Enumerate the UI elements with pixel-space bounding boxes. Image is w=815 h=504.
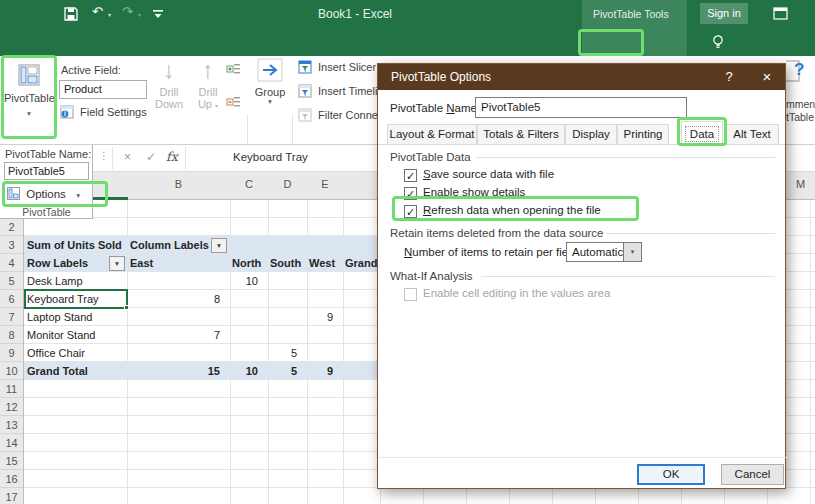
enter-formula-icon[interactable]: ✓ — [146, 150, 156, 164]
retain-dropdown-text: Automatic — [572, 246, 623, 258]
label-enable-cell-editing: Enable cell editing in the values area — [423, 287, 610, 299]
row-header-17[interactable]: 17 — [0, 488, 23, 504]
column-header-b[interactable]: B — [127, 178, 230, 190]
pivot-colheader-west[interactable]: West — [309, 254, 335, 272]
save-icon[interactable] — [64, 7, 78, 21]
pivot-value-officechair-south[interactable]: 5 — [268, 344, 302, 362]
pivottable-caret-icon: ▼ — [4, 110, 54, 117]
tell-me-bulb-icon — [712, 34, 724, 50]
dlgtab-alt-text[interactable]: Alt Text — [725, 124, 779, 145]
row-header-13[interactable]: 13 — [0, 416, 23, 434]
ribbon-tab-row: File Home Insert Page Layout Formulas Da… — [0, 28, 815, 56]
row-header-5[interactable]: 5 — [0, 272, 23, 290]
retain-dropdown-value[interactable]: Automatic — [566, 242, 624, 262]
pivot-grand-total-label[interactable]: Grand Total — [27, 362, 88, 380]
insert-function-icon[interactable]: fx — [166, 149, 178, 164]
row-header-6[interactable]: 6 — [0, 290, 23, 308]
formula-bar-value[interactable]: Keyboard Tray — [233, 151, 308, 163]
dialog-close-button[interactable]: × — [750, 64, 784, 90]
pivot-grandtotal-north[interactable]: 10 — [230, 362, 263, 380]
expand-field-icon[interactable] — [226, 62, 241, 77]
ok-button[interactable]: OK — [637, 464, 705, 485]
pivot-row-labels-cell[interactable]: Row Labels — [27, 254, 88, 272]
field-settings-button[interactable]: i Field Settings — [60, 105, 147, 119]
pivot-row-office-chair[interactable]: Office Chair — [27, 344, 85, 362]
active-field-input[interactable]: Product — [59, 80, 147, 99]
pivot-value-keyboardtray-east[interactable]: 8 — [127, 290, 225, 308]
insert-slicer-button[interactable]: Insert Slicer — [298, 60, 376, 74]
dlgtab-totals-filters[interactable]: Totals & Filters — [477, 124, 565, 145]
pivot-colheader-south[interactable]: South — [270, 254, 301, 272]
ribbon-display-options-icon[interactable] — [773, 7, 788, 20]
retain-dropdown-button[interactable]: ▾ — [623, 242, 642, 262]
row-labels-filter-dropdown[interactable]: ▼ — [109, 256, 125, 271]
checkbox-refresh-on-open[interactable]: ✓ — [404, 205, 417, 218]
dialog-name-value: PivotTable5 — [481, 101, 540, 113]
panel-name-input[interactable]: PivotTable5 — [4, 162, 89, 180]
pivot-row-laptop-stand[interactable]: Laptop Stand — [27, 308, 92, 326]
customize-qat-icon[interactable] — [152, 9, 164, 20]
row-header-15[interactable]: 15 — [0, 452, 23, 470]
pivottable-button[interactable]: PivotTable ▼ — [4, 58, 54, 138]
namebox-splitter[interactable]: ⋮ — [99, 150, 109, 161]
cancel-formula-icon[interactable]: × — [124, 150, 131, 164]
contextual-tools-block: PivotTable Tools — [582, 0, 687, 28]
fill-handle[interactable] — [124, 305, 129, 310]
redo-icon: ↷ — [122, 5, 133, 19]
column-header-e[interactable]: E — [307, 178, 343, 190]
pivot-colheader-north[interactable]: North — [232, 254, 261, 272]
row-header-2[interactable]: 2 — [0, 218, 23, 236]
row-header-7[interactable]: 7 — [0, 308, 23, 326]
checkbox-enable-show-details[interactable]: ✓ — [404, 187, 417, 200]
column-header-m[interactable]: M — [786, 178, 815, 190]
cancel-button[interactable]: Cancel — [721, 464, 784, 485]
row-header-12[interactable]: 12 — [0, 398, 23, 416]
row-header-10[interactable]: 10 — [0, 362, 23, 380]
pivot-grandtotal-west[interactable]: 9 — [307, 362, 338, 380]
pivot-colheader-grand[interactable]: Grand Total — [345, 254, 378, 272]
drill-down-label: Drill — [149, 86, 189, 98]
row-header-14[interactable]: 14 — [0, 434, 23, 452]
row-header-8[interactable]: 8 — [0, 326, 23, 344]
label-enable-show-details[interactable]: Enable show details — [423, 186, 525, 198]
dlgtab-display[interactable]: Display — [565, 124, 617, 145]
row-header-11[interactable]: 11 — [0, 380, 23, 398]
collapse-field-icon[interactable] — [226, 95, 241, 110]
label-refresh-on-open[interactable]: Refresh data when opening the file — [423, 204, 601, 216]
group-button[interactable]: Group ▼ — [250, 58, 290, 105]
column-header-d[interactable]: D — [268, 178, 307, 190]
pivot-value-laptopstand-west[interactable]: 9 — [307, 308, 338, 326]
insert-timeline-button[interactable]: Insert Timeline — [298, 84, 377, 98]
checkbox-save-source-data[interactable]: ✓ — [404, 169, 417, 182]
active-cell-selection[interactable] — [24, 289, 128, 309]
undo-icon[interactable]: ↶ — [92, 5, 103, 19]
pivot-grandtotal-east[interactable]: 15 — [127, 362, 225, 380]
pivot-colheader-east[interactable]: East — [130, 254, 153, 272]
row-header-3[interactable]: 3 — [0, 236, 23, 254]
row-header-4[interactable]: 4 — [0, 254, 23, 272]
undo-caret-icon[interactable]: ▾ — [108, 11, 111, 18]
dialog-name-input[interactable]: PivotTable5 — [475, 97, 687, 118]
pivot-value-monitorstand-east[interactable]: 7 — [127, 326, 225, 344]
pivot-row-monitor-stand[interactable]: Monitor Stand — [27, 326, 95, 344]
column-labels-filter-dropdown[interactable]: ▼ — [211, 238, 227, 253]
sign-in-button[interactable]: Sign in — [700, 3, 748, 24]
dialog-help-button[interactable]: ? — [712, 64, 746, 90]
column-header-c[interactable]: C — [230, 178, 268, 190]
dialog-title-bar[interactable]: PivotTable Options ? × — [378, 64, 785, 90]
dlgtab-printing[interactable]: Printing — [617, 124, 669, 145]
row-header-16[interactable]: 16 — [0, 470, 23, 488]
pivot-value-desklamp-north[interactable]: 10 — [230, 272, 263, 290]
panel-name-label: PivotTable Name: — [5, 148, 91, 160]
options-button[interactable]: Options ▼ — [7, 187, 81, 200]
pivot-row-desk-lamp[interactable]: Desk Lamp — [27, 272, 83, 290]
active-field-value: Product — [64, 83, 102, 95]
dlgtab-layout-format[interactable]: Layout & Format — [387, 124, 477, 145]
row-header-9[interactable]: 9 — [0, 344, 23, 362]
dlgtab-data[interactable]: Data — [681, 121, 723, 145]
pivot-measure-cell[interactable]: Sum of Units Sold — [27, 236, 122, 254]
pivot-column-labels-cell[interactable]: Column Labels — [130, 236, 209, 254]
label-save-source-data[interactable]: Save source data with file — [423, 168, 554, 180]
pivot-grandtotal-south[interactable]: 5 — [268, 362, 302, 380]
drill-up-label: Drill — [190, 86, 226, 98]
